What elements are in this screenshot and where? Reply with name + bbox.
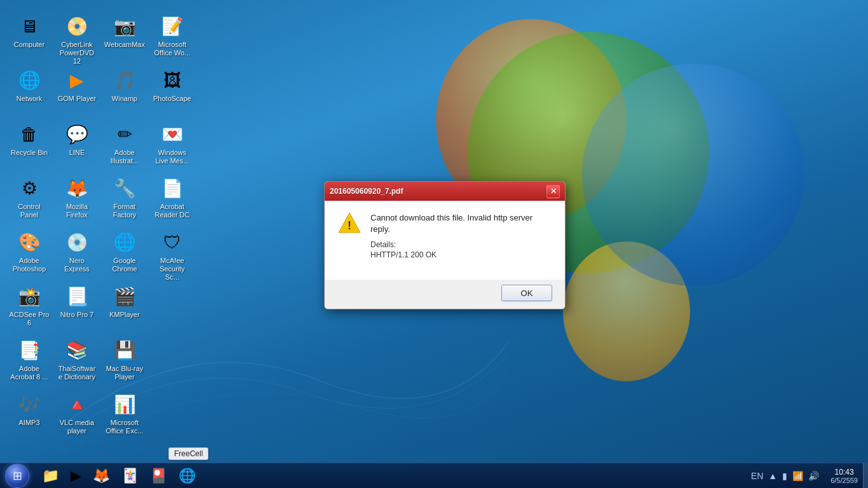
taskbar-system-tray: EN ▲ ▮ 📶 🔊 (745, 463, 825, 488)
desktop-icon-network[interactable]: 🌐 Network (6, 64, 52, 118)
taskbar-explorer-button[interactable]: 📁 (37, 465, 64, 487)
taskbar-solitaire-button[interactable]: 🎴 (145, 465, 172, 487)
tray-speaker-icon[interactable]: 🔊 (807, 471, 820, 481)
desktop-icon-recycle[interactable]: 🗑 Recycle Bin (6, 118, 52, 172)
desktop-icon-photoscape[interactable]: 🖼 PhotoScape (149, 64, 195, 118)
desktop-icon-controlpanel[interactable]: ⚙ Control Panel (6, 172, 52, 226)
taskbar-mediaplayer-button[interactable]: ▶ (65, 465, 86, 487)
desktop-icon-nero[interactable]: 💿 Nero Express (54, 226, 100, 280)
desktop-icon-thaisoftware[interactable]: 📚 ThaiSoftware Dictionary (54, 334, 100, 388)
desktop: 🖥 Computer 📀 CyberLink PowerDVD 12 📷 Web… (0, 0, 868, 488)
warning-icon: ! (337, 212, 362, 236)
dialog-titlebar: 201605060920_7.pdf ✕ (325, 182, 565, 201)
desktop-icon-chrome[interactable]: 🌐 Google Chrome (102, 226, 147, 280)
dialog-main-text: Cannot download this file. Invalid http … (370, 212, 552, 235)
tray-language[interactable]: EN (750, 471, 764, 481)
warning-triangle-svg: ! (337, 211, 362, 235)
tray-signal-icon: 📶 (791, 471, 804, 481)
desktop-icon-aimp3[interactable]: 🎶 AIMP3 (6, 388, 52, 442)
desktop-icon-line[interactable]: 💬 LINE (54, 118, 100, 172)
desktop-icon-windowslive[interactable]: 💌 Windows Live Mes... (149, 118, 195, 172)
dialog-content: ! Cannot download this file. Invalid htt… (337, 212, 552, 259)
desktop-icon-macbluray[interactable]: 💾 Mac Blu-ray Player (102, 334, 147, 388)
dialog-title: 201605060920_7.pdf (330, 187, 546, 196)
desktop-icon-acrobatreader[interactable]: 📄 Acrobat Reader DC (149, 172, 195, 226)
start-button[interactable] (0, 463, 34, 489)
desktop-icon-grid: 🖥 Computer 📀 CyberLink PowerDVD 12 📷 Web… (3, 6, 200, 488)
taskbar: 📁 ▶ 🦊 🃏 🎴 🌐 EN ▲ ▮ 📶 🔊 10:43 6/5/2559 (0, 463, 868, 488)
desktop-icon-nitropro[interactable]: 📃 Nitro Pro 7 (54, 280, 100, 334)
dialog-message: Cannot download this file. Invalid http … (370, 212, 552, 259)
tray-battery-icon: ▮ (781, 471, 789, 481)
taskbar-clock[interactable]: 10:43 6/5/2559 (825, 463, 863, 488)
desktop-icon-msoffice[interactable]: 📝 Microsoft Office Wo... (149, 10, 195, 64)
desktop-icon-adobeacrobat[interactable]: 📑 Adobe Acrobat 8 ... (6, 334, 52, 388)
clock-date: 6/5/2559 (831, 477, 858, 484)
dialog-body: ! Cannot download this file. Invalid htt… (325, 201, 565, 280)
dialog-details-value: HHTTP/1.1 200 OK (370, 250, 552, 259)
svg-text:!: ! (348, 219, 351, 232)
desktop-icon-acdsee[interactable]: 📸 ACDSee Pro 6 (6, 280, 52, 334)
desktop-icon-photoshop[interactable]: 🎨 Adobe Photoshop (6, 226, 52, 280)
error-dialog[interactable]: 201605060920_7.pdf ✕ ! Cannot downl (324, 181, 566, 309)
tray-up-arrow[interactable]: ▲ (767, 471, 778, 481)
desktop-icon-gomplayer[interactable]: ▶ GOM Player (54, 64, 100, 118)
desktop-icon-vlc[interactable]: 🔺 VLC media player (54, 388, 100, 442)
desktop-icon-cyberlink[interactable]: 📀 CyberLink PowerDVD 12 (54, 10, 100, 64)
taskbar-freecell-button[interactable]: 🃏 (116, 465, 144, 487)
desktop-icon-illustrator[interactable]: ✏ Adobe Illustrat... (102, 118, 147, 172)
wallpaper-orb-blue (582, 64, 804, 286)
desktop-icon-kmplayer[interactable]: 🎬 KMPlayer (102, 280, 147, 334)
clock-time: 10:43 (835, 468, 854, 477)
taskbar-ie-button[interactable]: 🌐 (173, 465, 201, 487)
desktop-icon-formatfactory[interactable]: 🔧 Format Factory (102, 172, 147, 226)
dialog-ok-button[interactable]: OK (501, 285, 552, 301)
desktop-icon-webcammax[interactable]: 📷 WebcamMax (102, 10, 147, 64)
taskbar-pinned-icons: 📁 ▶ 🦊 🃏 🎴 🌐 (34, 465, 201, 487)
dialog-footer: OK (325, 280, 565, 309)
desktop-icon-mcafee[interactable]: 🛡 McAfee Security Sc... (149, 226, 195, 280)
dialog-close-button[interactable]: ✕ (546, 185, 560, 198)
desktop-icon-msofficeexcel[interactable]: 📊 Microsoft Office Exc... (102, 388, 147, 442)
desktop-icon-firefox[interactable]: 🦊 Mozilla Firefox (54, 172, 100, 226)
desktop-icon-winamp[interactable]: 🎵 Winamp (102, 64, 147, 118)
show-desktop-button[interactable] (863, 463, 868, 489)
taskbar-firefox-button[interactable]: 🦊 (88, 465, 115, 487)
dialog-details-label: Details: (370, 240, 552, 249)
start-orb[interactable] (5, 464, 29, 488)
desktop-icon-computer[interactable]: 🖥 Computer (6, 10, 52, 64)
